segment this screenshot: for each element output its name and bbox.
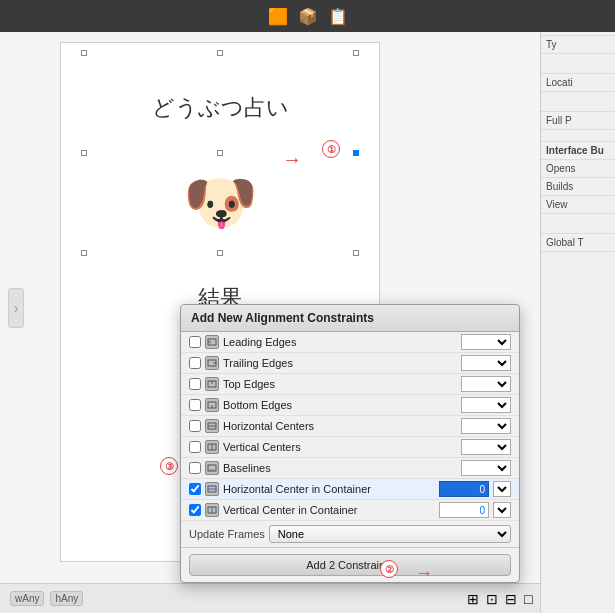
bottom-edges-checkbox[interactable] — [189, 399, 201, 411]
vert-center-container-icon — [205, 503, 219, 517]
handle-mr-selected — [353, 150, 359, 156]
horiz-center-container-label: Horizontal Center in Container — [223, 483, 435, 495]
width-size: wAny — [10, 591, 44, 606]
constraint-bottom-edges: Bottom Edges — [181, 395, 519, 416]
update-frames-label: Update Frames — [189, 528, 265, 540]
right-panel-row-builds: Builds — [541, 178, 615, 196]
trailing-edges-icon — [205, 356, 219, 370]
leading-edges-label: Leading Edges — [223, 336, 457, 348]
annotation-3: ③ → — [160, 457, 178, 475]
constraint-leading-edges: Leading Edges — [181, 332, 519, 353]
handle-bl — [81, 250, 87, 256]
update-frames-row: Update Frames None — [181, 521, 519, 548]
horiz-center-container-checkbox[interactable] — [189, 483, 201, 495]
dog-emoji: 🐶 — [61, 163, 379, 243]
bottom-icon-4[interactable]: □ — [524, 591, 532, 607]
right-panel-row-opens: Opens — [541, 160, 615, 178]
baselines-label: Baselines — [223, 462, 457, 474]
horizontal-centers-checkbox[interactable] — [189, 420, 201, 432]
horiz-center-container-value[interactable] — [439, 481, 489, 497]
handle-ml — [81, 150, 87, 156]
constraint-vert-center-container: Vertical Center in Container ▼ — [181, 500, 519, 521]
right-panel-row-fullp: Full P — [541, 112, 615, 130]
right-panel-row-empty3 — [541, 214, 615, 234]
height-size: hAny — [50, 591, 83, 606]
horizontal-centers-icon — [205, 419, 219, 433]
trailing-edges-checkbox[interactable] — [189, 357, 201, 369]
right-panel-row-global: Global T — [541, 234, 615, 252]
vertical-centers-checkbox[interactable] — [189, 441, 201, 453]
top-edges-label: Top Edges — [223, 378, 457, 390]
bottom-edges-label: Bottom Edges — [223, 399, 457, 411]
vert-center-container-value[interactable] — [439, 502, 489, 518]
trailing-edges-label: Trailing Edges — [223, 357, 457, 369]
baselines-select[interactable] — [461, 460, 511, 476]
vertical-centers-icon — [205, 440, 219, 454]
constraint-horizontal-centers: Horizontal Centers — [181, 416, 519, 437]
add-constraints-button[interactable]: Add 2 Constraints — [189, 554, 511, 576]
bottom-edges-select[interactable] — [461, 397, 511, 413]
right-panel-row-empty — [541, 92, 615, 112]
top-edges-checkbox[interactable] — [189, 378, 201, 390]
vert-center-container-checkbox[interactable] — [189, 504, 201, 516]
baselines-icon — [205, 461, 219, 475]
alignment-panel: Add New Alignment Constraints Leading Ed… — [180, 304, 520, 583]
update-frames-select[interactable]: None — [269, 525, 511, 543]
handle-bm — [217, 250, 223, 256]
vertical-centers-label: Vertical Centers — [223, 441, 457, 453]
right-panel: Identity and Na Ty Locati Full P Interfa… — [540, 0, 615, 613]
left-arrow-handle[interactable]: › — [8, 288, 24, 328]
right-panel-row-ib-header: Interface Bu — [541, 142, 615, 160]
toolbar-icon-1[interactable]: 🟧 — [269, 7, 287, 25]
constraint-horiz-center-container: Horizontal Center in Container ▼ — [181, 479, 519, 500]
handle-mm — [217, 150, 223, 156]
bottom-icon-2[interactable]: ⊡ — [486, 591, 498, 607]
annotation-2: ② → — [380, 560, 398, 578]
leading-edges-icon — [205, 335, 219, 349]
right-panel-row-loc — [541, 54, 615, 74]
constraint-trailing-edges: Trailing Edges — [181, 353, 519, 374]
horizontal-centers-select[interactable] — [461, 418, 511, 434]
alignment-panel-title: Add New Alignment Constraints — [181, 305, 519, 332]
handle-tl — [81, 50, 87, 56]
baselines-checkbox[interactable] — [189, 462, 201, 474]
horiz-center-container-icon — [205, 482, 219, 496]
bottom-icon-1[interactable]: ⊞ — [467, 591, 479, 607]
leading-edges-checkbox[interactable] — [189, 336, 201, 348]
bottom-icon-3[interactable]: ⊟ — [505, 591, 517, 607]
handle-tr — [353, 50, 359, 56]
handle-tm — [217, 50, 223, 56]
top-toolbar: 🟧 📦 📋 — [0, 0, 615, 32]
constraint-baselines: Baselines — [181, 458, 519, 479]
top-edges-select[interactable] — [461, 376, 511, 392]
top-edges-icon — [205, 377, 219, 391]
right-panel-row-view: View — [541, 196, 615, 214]
horiz-center-container-select[interactable]: ▼ — [493, 481, 511, 497]
bottom-bar: wAny hAny — [0, 583, 540, 613]
toolbar-icon-2[interactable]: 📦 — [299, 7, 317, 25]
toolbar-icon-3[interactable]: 📋 — [329, 7, 347, 25]
vertical-centers-select[interactable] — [461, 439, 511, 455]
right-panel-row-empty2 — [541, 130, 615, 142]
bottom-edges-icon — [205, 398, 219, 412]
vert-center-container-label: Vertical Center in Container — [223, 504, 435, 516]
handle-br — [353, 250, 359, 256]
app-title: どうぶつ占い — [61, 63, 379, 143]
constraint-top-edges: Top Edges — [181, 374, 519, 395]
trailing-edges-select[interactable] — [461, 355, 511, 371]
constraint-vertical-centers: Vertical Centers — [181, 437, 519, 458]
vert-center-container-select[interactable]: ▼ — [493, 502, 511, 518]
right-panel-row-type: Ty — [541, 36, 615, 54]
leading-edges-select[interactable] — [461, 334, 511, 350]
annotation-1: ① → — [322, 140, 340, 158]
horizontal-centers-label: Horizontal Centers — [223, 420, 457, 432]
right-panel-row-location: Locati — [541, 74, 615, 92]
bottom-right-icons: ⊞ ⊡ ⊟ □ — [460, 583, 540, 613]
